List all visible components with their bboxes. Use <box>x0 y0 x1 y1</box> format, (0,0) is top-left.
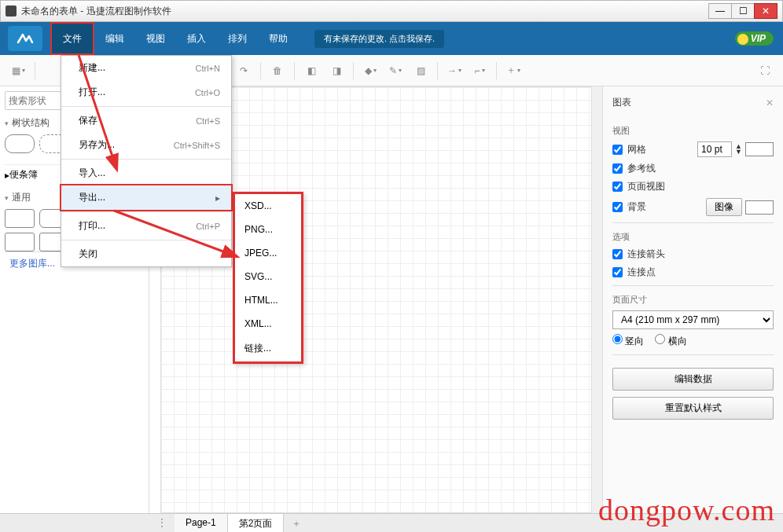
conn-arrow-checkbox[interactable] <box>612 249 623 259</box>
guides-checkbox[interactable] <box>612 163 623 174</box>
edit-data-button[interactable]: 编辑数据 <box>612 368 774 391</box>
pencil-icon[interactable]: ✎ <box>384 60 407 82</box>
add-page-icon[interactable]: ＋ <box>284 514 309 532</box>
group-pagesize: 页面尺寸 <box>612 294 774 306</box>
fill-icon[interactable]: ◆ <box>358 60 382 82</box>
tab-page1[interactable]: Page-1 <box>175 514 228 532</box>
tab-menu-icon[interactable]: ⋮ <box>149 514 175 532</box>
shadow-icon[interactable]: ▨ <box>409 60 432 82</box>
group-options: 选项 <box>612 231 774 243</box>
grid-color-swatch[interactable] <box>745 142 774 156</box>
export-html[interactable]: HTML... <box>235 288 301 312</box>
menu-print[interactable]: 打印...Ctrl+P <box>61 214 231 238</box>
panel-close-icon[interactable]: ✕ <box>766 97 774 108</box>
front-icon[interactable]: ◧ <box>300 60 323 82</box>
menu-export[interactable]: 导出...▸ <box>60 184 233 211</box>
shape-rect[interactable] <box>5 233 35 251</box>
pagesize-select[interactable]: A4 (210 mm x 297 mm) <box>612 310 774 329</box>
menu-save[interactable]: 保存Ctrl+S <box>61 108 231 133</box>
menu-file[interactable]: 文件 <box>50 22 94 55</box>
menu-view[interactable]: 视图 <box>135 22 176 55</box>
menu-close[interactable]: 关闭 <box>61 242 231 266</box>
export-png[interactable]: PNG... <box>235 218 301 241</box>
tab-page2[interactable]: 第2页面 <box>228 514 285 532</box>
shape-rect[interactable] <box>5 209 35 228</box>
image-button[interactable]: 图像 <box>706 198 742 216</box>
group-view: 视图 <box>612 125 774 137</box>
landscape-radio[interactable] <box>655 334 665 344</box>
menu-import[interactable]: 导入... <box>61 161 231 185</box>
app-logo <box>8 26 42 51</box>
waypoint-icon[interactable]: ⌐ <box>468 60 491 82</box>
menu-edit[interactable]: 编辑 <box>94 22 135 55</box>
export-xml[interactable]: XML... <box>235 312 301 336</box>
properties-panel: 图表 ✕ 视图 网格 ▲▼ 参考线 页面视图 背景 图像 选项 连接箭头 连接点 <box>602 86 783 513</box>
conn-point-checkbox[interactable] <box>612 267 623 277</box>
menu-saveas[interactable]: 另存为...Ctrl+Shift+S <box>61 133 231 157</box>
reset-style-button[interactable]: 重置默认样式 <box>612 397 774 420</box>
back-icon[interactable]: ◨ <box>325 60 348 82</box>
export-svg[interactable]: SVG... <box>235 265 301 288</box>
portrait-radio[interactable] <box>612 334 623 344</box>
scrollbar-vertical[interactable] <box>591 86 602 513</box>
file-dropdown: 新建...Ctrl+N 打开...Ctrl+O 保存Ctrl+S 另存为...C… <box>61 55 232 267</box>
grid-label: 网格 <box>627 143 646 156</box>
background-checkbox[interactable] <box>612 202 623 212</box>
close-button[interactable]: ✕ <box>754 3 777 19</box>
pageview-checkbox[interactable] <box>612 182 623 192</box>
minimize-button[interactable]: — <box>708 3 732 19</box>
menu-bar: 文件 编辑 视图 插入 排列 帮助 有未保存的更改. 点击我保存. VIP <box>0 22 783 55</box>
shape-pill[interactable] <box>5 134 35 153</box>
export-jpeg[interactable]: JPEG... <box>235 241 301 265</box>
vip-badge[interactable]: VIP <box>735 31 774 46</box>
panel-title: 图表 <box>612 96 631 109</box>
delete-icon[interactable]: 🗑 <box>266 60 289 82</box>
watermark: dongpow.com <box>598 493 775 527</box>
menu-insert[interactable]: 插入 <box>176 22 217 55</box>
app-icon <box>6 6 17 17</box>
add-icon[interactable]: ＋ <box>502 60 525 82</box>
grid-size-input[interactable] <box>697 141 732 157</box>
menu-arrange[interactable]: 排列 <box>217 22 258 55</box>
menu-open[interactable]: 打开...Ctrl+O <box>61 80 231 105</box>
redo-icon[interactable]: ↷ <box>232 60 255 82</box>
menu-help[interactable]: 帮助 <box>258 22 299 55</box>
maximize-button[interactable]: ☐ <box>731 3 755 19</box>
window-titlebar: 未命名的表单 - 迅捷流程图制作软件 — ☐ ✕ <box>0 0 783 22</box>
connector-icon[interactable]: → <box>443 60 466 82</box>
menu-new[interactable]: 新建...Ctrl+N <box>61 56 231 80</box>
layout-icon[interactable]: ▦ <box>6 60 30 82</box>
grid-checkbox[interactable] <box>612 145 623 155</box>
bg-color-swatch[interactable] <box>745 200 774 215</box>
export-link[interactable]: 链接... <box>235 336 301 361</box>
window-title: 未命名的表单 - 迅捷流程图制作软件 <box>21 5 709 18</box>
export-submenu: XSD... PNG... JPEG... SVG... HTML... XML… <box>233 192 303 364</box>
fullscreen-icon[interactable]: ⛶ <box>753 60 777 82</box>
unsaved-hint[interactable]: 有未保存的更改. 点击我保存. <box>314 30 444 48</box>
export-xsd[interactable]: XSD... <box>235 194 301 218</box>
